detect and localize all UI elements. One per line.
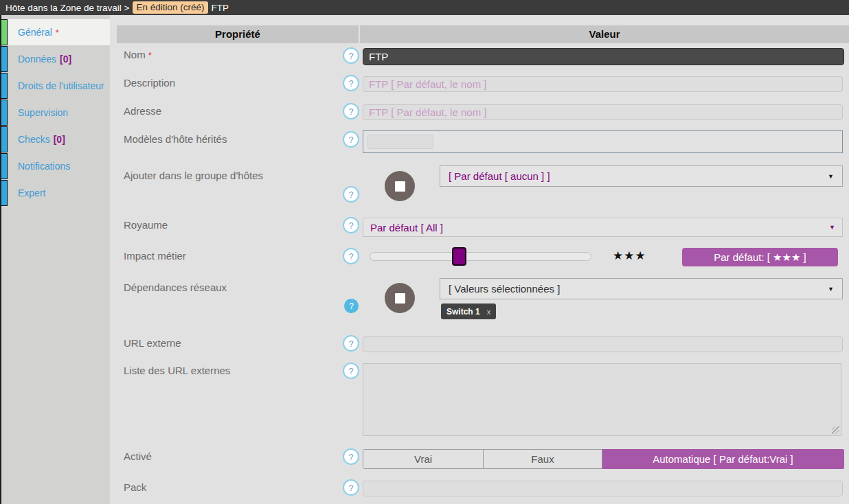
sidebar-item-checks[interactable]: Checks [0] [1, 126, 110, 152]
indicator-bar [1, 126, 8, 152]
sidebar-item-expert[interactable]: Expert [1, 180, 110, 206]
column-header-value: Valeur [360, 25, 849, 43]
sidebar-item-label: Supervision [18, 107, 68, 118]
sidebar: Général * Données [0] Droits de l'utilis… [0, 15, 110, 504]
help-icon[interactable]: ? [343, 363, 359, 379]
field-label-royaume: Royaume [124, 219, 168, 231]
sidebar-item-label: Expert [18, 187, 45, 198]
dependances-dropdown-value: [ Valeurs sélectionnées ] [449, 283, 828, 295]
field-label-url-list: Liste des URL externes [124, 365, 230, 376]
tag-label: Switch 1 [446, 307, 480, 317]
chevron-down-icon: ▼ [828, 286, 834, 293]
active-option-vrai[interactable]: Vrai [363, 449, 484, 469]
active-option-automatique[interactable]: Automatique [ Par défaut:Vrai ] [602, 449, 844, 469]
help-icon[interactable]: ? [343, 47, 359, 64]
clear-selection-button[interactable] [385, 283, 415, 313]
help-icon[interactable]: ? [343, 479, 359, 496]
royaume-select[interactable]: Par défaut [ All ] ▼ [363, 218, 843, 237]
sidebar-item-donnees[interactable]: Données [0] [1, 46, 110, 72]
object-name: FTP [212, 3, 229, 13]
hostgroup-dropdown[interactable]: [ Par défaut [ aucun ] ] ▼ [440, 165, 843, 187]
sidebar-item-label: Droits de l'utilisateur [18, 80, 104, 91]
field-label-modeles: Modèles d'hôte hérités [124, 133, 227, 145]
royaume-select-value: Par défaut [ All ] [370, 222, 443, 233]
help-icon[interactable]: ? [343, 248, 359, 264]
selected-tag-switch1: Switch 1 x [441, 303, 496, 319]
resize-handle-icon[interactable] [832, 426, 839, 434]
field-label-nom: Nom * [124, 49, 152, 60]
host-templates-box[interactable] [363, 130, 843, 153]
sidebar-item-label: Notifications [18, 161, 70, 172]
help-icon[interactable]: ? [344, 299, 359, 313]
indicator-bar [1, 73, 8, 99]
column-header-property: Propriété [117, 25, 359, 43]
help-icon[interactable]: ? [343, 103, 359, 119]
close-icon[interactable]: x [487, 308, 491, 316]
hostgroup-dropdown-value: [ Par défaut [ aucun ] ] [449, 170, 828, 182]
field-label-adresse: Adresse [124, 105, 161, 117]
field-label-active: Activé [124, 450, 152, 462]
square-icon [395, 293, 405, 303]
host-templates-input[interactable] [367, 135, 433, 149]
field-label-impact: Impact métier [124, 250, 186, 262]
top-bar: Hôte dans la Zone de travail > En éditio… [0, 0, 849, 15]
chevron-down-icon: ▼ [828, 173, 834, 180]
active-indicator-bar [1, 19, 8, 45]
indicator-bar [1, 46, 8, 72]
sidebar-item-label: Checks [18, 134, 50, 145]
form-panel: Propriété Valeur Nom * ? Description ? A… [110, 15, 849, 504]
impact-stars-value: ★★★ [613, 249, 646, 263]
help-icon[interactable]: ? [343, 448, 359, 465]
help-icon[interactable]: ? [343, 131, 359, 148]
count-badge: [0] [60, 54, 71, 65]
required-asterisk: * [148, 50, 152, 60]
chevron-down-icon: ▼ [829, 224, 835, 231]
indicator-bar [1, 153, 8, 179]
nom-input[interactable] [363, 48, 844, 65]
edit-state-badge: En édition (créé) [133, 1, 207, 14]
impact-slider-handle[interactable] [452, 247, 466, 266]
pack-input[interactable] [363, 481, 843, 496]
active-toggle-group: Vrai Faux Automatique [ Par défaut:Vrai … [363, 449, 844, 469]
count-badge: [0] [54, 134, 65, 145]
sidebar-item-label: Données [18, 54, 56, 65]
url-externe-input[interactable] [363, 336, 843, 352]
help-icon[interactable]: ? [343, 186, 359, 203]
indicator-bar [1, 180, 8, 206]
field-label-url: URL externe [124, 337, 181, 349]
breadcrumb[interactable]: Hôte dans la Zone de travail > [5, 3, 129, 13]
help-icon[interactable]: ? [343, 335, 359, 352]
sidebar-item-label: Général [18, 27, 52, 38]
sidebar-item-droits[interactable]: Droits de l'utilisateur [1, 73, 110, 99]
help-icon[interactable]: ? [343, 217, 359, 233]
clear-selection-button[interactable] [385, 171, 415, 201]
required-asterisk: * [56, 27, 59, 38]
description-input[interactable] [363, 76, 843, 92]
dependances-dropdown[interactable]: [ Valeurs sélectionnées ] ▼ [440, 278, 843, 299]
active-option-faux[interactable]: Faux [484, 449, 602, 469]
sidebar-item-notifications[interactable]: Notifications [1, 153, 110, 179]
field-label-description: Description [124, 77, 175, 89]
field-label-dependances: Dépendances réseaux [124, 282, 227, 293]
field-label-groupe: Ajouter dans le groupe d'hôtes [124, 170, 263, 181]
field-label-pack: Pack [124, 481, 146, 493]
indicator-bar [1, 100, 8, 126]
sidebar-item-general[interactable]: Général * [1, 19, 110, 45]
adresse-input[interactable] [363, 104, 843, 120]
impact-slider[interactable] [370, 252, 591, 261]
square-icon [395, 181, 405, 192]
impact-default-button[interactable]: Par défaut: [ ★★★ ] [682, 248, 838, 266]
url-list-textarea[interactable] [363, 363, 841, 436]
help-icon[interactable]: ? [343, 75, 359, 91]
sidebar-item-supervision[interactable]: Supervision [1, 100, 110, 126]
